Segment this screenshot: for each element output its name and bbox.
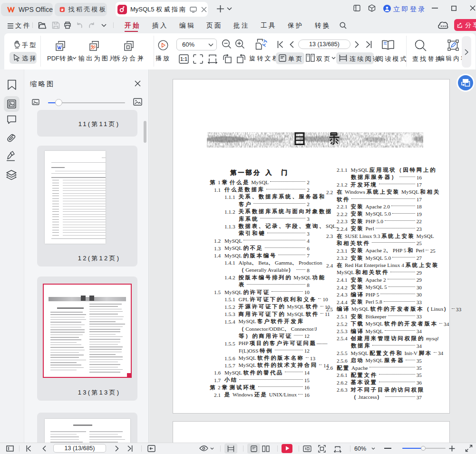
svg-text:1:1: 1:1 bbox=[180, 57, 187, 62]
